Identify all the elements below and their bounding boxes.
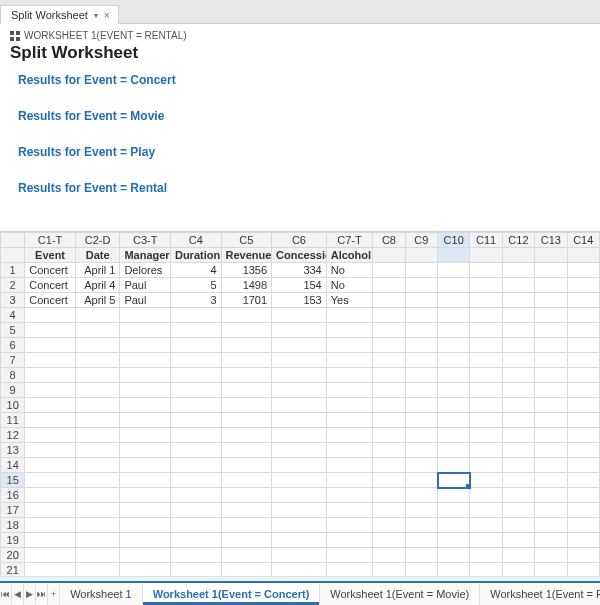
grid-cell[interactable] [25, 548, 76, 563]
grid-cell[interactable] [170, 383, 221, 398]
grid-cell[interactable] [502, 263, 534, 278]
grid-cell[interactable] [373, 443, 405, 458]
row-number-header[interactable]: 7 [1, 353, 25, 368]
grid-cell[interactable] [326, 548, 373, 563]
grid-cell[interactable] [221, 533, 272, 548]
grid-cell[interactable] [221, 518, 272, 533]
grid-cell[interactable] [535, 323, 567, 338]
grid-cell[interactable] [120, 353, 171, 368]
grid-cell[interactable] [567, 293, 599, 308]
row-number-header[interactable]: 16 [1, 488, 25, 503]
nav-first-icon[interactable]: ⏮ [0, 583, 12, 605]
grid-cell[interactable] [326, 323, 373, 338]
grid-cell[interactable] [75, 518, 120, 533]
row-number-header[interactable]: 8 [1, 368, 25, 383]
grid-cell[interactable] [405, 383, 437, 398]
grid-cell[interactable] [438, 488, 470, 503]
grid-cell[interactable] [502, 293, 534, 308]
grid-cell[interactable] [502, 383, 534, 398]
grid-cell[interactable] [373, 293, 405, 308]
grid-cell[interactable] [502, 533, 534, 548]
grid-cell[interactable] [326, 428, 373, 443]
grid-cell[interactable] [272, 443, 327, 458]
nav-last-icon[interactable]: ⏭ [36, 583, 48, 605]
grid-cell[interactable] [326, 533, 373, 548]
grid-cell[interactable]: No [326, 278, 373, 293]
grid-cell[interactable] [221, 353, 272, 368]
grid-cell[interactable] [75, 443, 120, 458]
grid-cell[interactable] [438, 548, 470, 563]
grid-cell[interactable] [170, 473, 221, 488]
grid-cell[interactable] [567, 473, 599, 488]
grid-cell[interactable] [25, 443, 76, 458]
grid-cell[interactable] [272, 368, 327, 383]
result-link[interactable]: Results for Event = Concert [18, 73, 582, 87]
grid-cell[interactable] [221, 428, 272, 443]
column-id-header[interactable]: C3-T [120, 233, 171, 248]
row-number-header[interactable]: 17 [1, 503, 25, 518]
grid-cell[interactable] [373, 383, 405, 398]
grid-cell[interactable] [170, 428, 221, 443]
grid-cell[interactable] [75, 458, 120, 473]
grid-cell[interactable] [535, 488, 567, 503]
grid-cell[interactable] [221, 413, 272, 428]
column-id-header[interactable]: C6 [272, 233, 327, 248]
result-link[interactable]: Results for Event = Movie [18, 109, 582, 123]
grid-cell[interactable] [272, 308, 327, 323]
grid-cell[interactable] [373, 323, 405, 338]
grid-cell[interactable] [535, 263, 567, 278]
grid-cell[interactable] [405, 293, 437, 308]
row-number-header[interactable]: 1 [1, 263, 25, 278]
nav-next-icon[interactable]: ▶ [24, 583, 36, 605]
grid-cell[interactable]: April 4 [75, 278, 120, 293]
grid-cell[interactable] [470, 533, 502, 548]
row-number-header[interactable]: 13 [1, 443, 25, 458]
grid-cell[interactable] [535, 308, 567, 323]
grid-cell[interactable] [405, 323, 437, 338]
grid-cell[interactable] [535, 353, 567, 368]
row-number-header[interactable]: 19 [1, 533, 25, 548]
grid-cell[interactable] [502, 458, 534, 473]
grid-cell[interactable] [470, 428, 502, 443]
grid-cell[interactable] [405, 548, 437, 563]
grid-cell[interactable] [502, 428, 534, 443]
grid-cell[interactable]: 334 [272, 263, 327, 278]
grid-cell[interactable] [502, 503, 534, 518]
grid-cell[interactable] [405, 503, 437, 518]
grid-cell[interactable] [170, 443, 221, 458]
column-name-header[interactable]: Manager [120, 248, 171, 263]
grid-cell[interactable] [272, 503, 327, 518]
grid-cell[interactable] [567, 308, 599, 323]
grid-cell[interactable]: Concert [25, 263, 76, 278]
grid-cell[interactable] [75, 413, 120, 428]
grid-cell[interactable] [470, 383, 502, 398]
grid-cell[interactable] [405, 458, 437, 473]
grid-cell[interactable] [567, 488, 599, 503]
grid-cell[interactable] [170, 323, 221, 338]
grid-cell[interactable] [405, 308, 437, 323]
grid-cell[interactable] [120, 503, 171, 518]
grid-cell[interactable] [170, 488, 221, 503]
grid-cell[interactable] [25, 323, 76, 338]
grid-cell[interactable] [470, 308, 502, 323]
column-id-header[interactable]: C2-D [75, 233, 120, 248]
grid-cell[interactable] [25, 488, 76, 503]
grid-cell[interactable] [438, 338, 470, 353]
grid-cell[interactable] [535, 443, 567, 458]
grid-cell[interactable] [120, 488, 171, 503]
grid-cell[interactable] [170, 533, 221, 548]
grid-cell[interactable] [502, 398, 534, 413]
grid-cell[interactable] [405, 368, 437, 383]
grid-cell[interactable] [567, 263, 599, 278]
grid-cell[interactable] [567, 443, 599, 458]
worksheet-tab[interactable]: Worksheet 1(Event = Play) [480, 583, 600, 605]
grid-cell[interactable] [75, 368, 120, 383]
grid-cell[interactable] [405, 278, 437, 293]
grid-cell[interactable] [25, 368, 76, 383]
grid-cell[interactable] [502, 353, 534, 368]
grid-cell[interactable] [405, 488, 437, 503]
grid-cell[interactable] [470, 488, 502, 503]
grid-cell[interactable] [567, 533, 599, 548]
grid-cell[interactable] [120, 533, 171, 548]
column-id-header[interactable]: C8 [373, 233, 405, 248]
